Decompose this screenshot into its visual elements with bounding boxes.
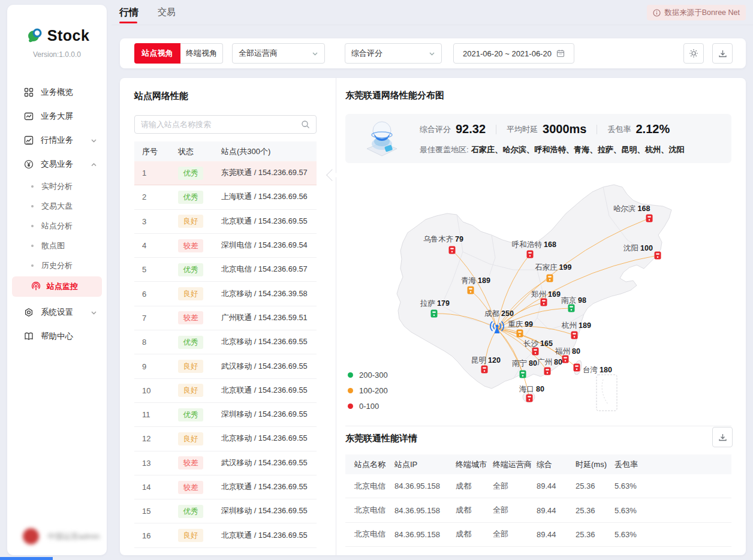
- section-divider: [345, 426, 731, 426]
- calendar-icon: [556, 49, 565, 58]
- sidebar-item-business-overview[interactable]: 业务概览: [7, 80, 107, 104]
- city-marker[interactable]: [541, 299, 547, 306]
- robot-illustration: [359, 118, 405, 162]
- sidebar-item-business-screen[interactable]: 业务大屏: [7, 104, 107, 128]
- download-icon: [718, 433, 727, 442]
- download-button[interactable]: [712, 43, 733, 64]
- site-panel-title: 站点网络性能: [134, 91, 188, 102]
- site-view-button[interactable]: 站点视角: [134, 43, 180, 64]
- stat-label: 丢包率: [607, 124, 631, 135]
- site-search[interactable]: [134, 115, 317, 134]
- date-range-picker[interactable]: 2021-06-20 ~ 2021-06-20: [453, 43, 574, 64]
- legend-item[interactable]: 0-100: [348, 398, 388, 414]
- sidebar-item-label: 业务概览: [41, 87, 73, 98]
- details-download-button[interactable]: [712, 427, 733, 447]
- sidebar-item-trade-board[interactable]: 交易大盘: [7, 196, 107, 216]
- city-marker[interactable]: [544, 368, 551, 375]
- site-table-body: 1优秀东莞联通 / 154.236.69.572优秀上海联通 / 154.236…: [134, 161, 317, 548]
- details-column-header: 终端城市: [456, 459, 493, 470]
- city-label: 重庆99: [508, 320, 533, 329]
- sidebar-item-system-settings[interactable]: 系统设置: [7, 300, 107, 324]
- sidebar-item-label: 系统设置: [41, 307, 73, 318]
- site-row[interactable]: 13较差武汉移动 / 154.236.69.55: [134, 451, 317, 475]
- site-row[interactable]: 16良好北京联通 / 154.236.69.55: [134, 523, 317, 547]
- details-column-header: 综合: [537, 459, 576, 470]
- sidebar-item-help-center[interactable]: 帮助中心: [7, 324, 107, 348]
- main-panel: 站点网络性能 序号 状态 站点(共300个) 1优秀东莞联通 / 154.236…: [120, 78, 746, 555]
- sidebar-item-site-analysis[interactable]: 站点分析: [7, 216, 107, 236]
- score-select[interactable]: 综合评分: [345, 43, 442, 64]
- site-row[interactable]: 4较差深圳电信 / 154.236.69.54: [134, 234, 317, 258]
- site-row[interactable]: 9良好武汉移动 / 154.236.69.55: [134, 354, 317, 378]
- city-marker[interactable]: [481, 366, 488, 374]
- site-name: 深圳移动 / 154.236.69.55: [221, 506, 317, 516]
- broadcast-icon: [31, 282, 41, 291]
- city-marker[interactable]: [547, 275, 553, 282]
- sidebar-item-scatter-plot[interactable]: 散点图: [7, 236, 107, 255]
- site-row[interactable]: 15优秀深圳移动 / 154.236.69.55: [134, 499, 317, 523]
- tab-trade[interactable]: 交易: [158, 7, 176, 18]
- site-name: 东莞联通 / 154.236.69.57: [221, 168, 317, 178]
- row-index: 2: [142, 192, 178, 201]
- sidebar-item-realtime-analysis[interactable]: 实时分析: [7, 176, 107, 196]
- site-row[interactable]: 14较差北京联通 / 154.236.69.55: [134, 475, 317, 499]
- stat-label: 平均时延: [507, 124, 538, 135]
- site-row[interactable]: 5优秀北京电信 / 154.236.69.57: [134, 258, 317, 282]
- city-marker[interactable]: [646, 215, 653, 222]
- legend-dot: [348, 388, 353, 393]
- city-marker[interactable]: [517, 330, 523, 338]
- row-index: 1: [142, 168, 178, 177]
- site-search-input[interactable]: [141, 120, 301, 129]
- city-marker[interactable]: [571, 332, 578, 339]
- city-marker[interactable]: [468, 287, 474, 294]
- site-row[interactable]: 2优秀上海联通 / 154.236.69.56: [134, 185, 317, 209]
- search-icon[interactable]: [301, 120, 310, 129]
- city-marker[interactable]: [562, 356, 569, 363]
- city-marker[interactable]: [526, 395, 533, 402]
- legend-item[interactable]: 100-200: [348, 383, 388, 398]
- sidebar-item-market-business[interactable]: 行情业务: [7, 128, 107, 152]
- site-row[interactable]: 11优秀深圳移动 / 154.236.69.55: [134, 403, 317, 427]
- city-marker[interactable]: [568, 305, 575, 312]
- city-marker[interactable]: [527, 251, 534, 258]
- city-marker[interactable]: [574, 364, 580, 372]
- terminal-view-button[interactable]: 终端视角: [180, 43, 223, 64]
- city-label: 乌鲁木齐79: [423, 235, 463, 243]
- site-name: 北京联通 / 154.236.69.55: [221, 531, 317, 541]
- city-marker[interactable]: [431, 310, 438, 318]
- settings-button[interactable]: [683, 43, 704, 64]
- legend-dot: [348, 404, 353, 409]
- legend-dot: [348, 372, 353, 378]
- site-row[interactable]: 3良好北京联通 / 154.236.69.55: [134, 210, 317, 234]
- city-marker[interactable]: [655, 252, 661, 260]
- site-row[interactable]: 8优秀北京移动 / 154.236.69.55: [134, 330, 317, 354]
- chevron-down-icon: [91, 137, 97, 144]
- stat-separator: [597, 125, 597, 134]
- city-marker[interactable]: [532, 348, 539, 356]
- site-row[interactable]: 6良好北京移动 / 154.236.39.58: [134, 282, 317, 306]
- site-row[interactable]: 7较差广州联通 / 154.236.59.51: [134, 306, 317, 330]
- stat-value: 3000ms: [543, 122, 586, 136]
- sidebar-item-trade-business[interactable]: 交易业务: [7, 152, 107, 176]
- operator-select[interactable]: 全部运营商: [232, 43, 325, 64]
- details-row: 北京电信84.36.95.158成都全部89.4425.365.63%: [345, 523, 731, 547]
- chevron-down-icon: [91, 309, 97, 316]
- site-name: 武汉移动 / 154.236.69.55: [221, 458, 317, 468]
- status-badge: 较差: [178, 311, 203, 324]
- site-row[interactable]: 1优秀东莞联通 / 154.236.69.57: [134, 161, 317, 185]
- trade-icon: [24, 159, 34, 170]
- market-icon: [24, 136, 34, 146]
- city-label: 拉萨179: [420, 299, 450, 308]
- site-row[interactable]: 12良好北京移动 / 154.236.69.55: [134, 427, 317, 451]
- user-account[interactable]: 中国运营admin: [23, 528, 100, 544]
- city-marker[interactable]: [449, 246, 456, 254]
- site-row[interactable]: 10良好北京联通 / 154.236.69.55: [134, 379, 317, 403]
- sidebar-item-history-analysis[interactable]: 历史分析: [7, 255, 107, 275]
- legend-item[interactable]: 200-300: [348, 367, 388, 383]
- city-label: 台湾180: [583, 366, 612, 374]
- south-sea-inset: [597, 375, 617, 411]
- city-marker[interactable]: [520, 371, 526, 378]
- sidebar-item-site-monitor[interactable]: 站点监控: [12, 276, 102, 297]
- tab-market[interactable]: 行情: [119, 7, 138, 19]
- info-icon: [653, 9, 661, 17]
